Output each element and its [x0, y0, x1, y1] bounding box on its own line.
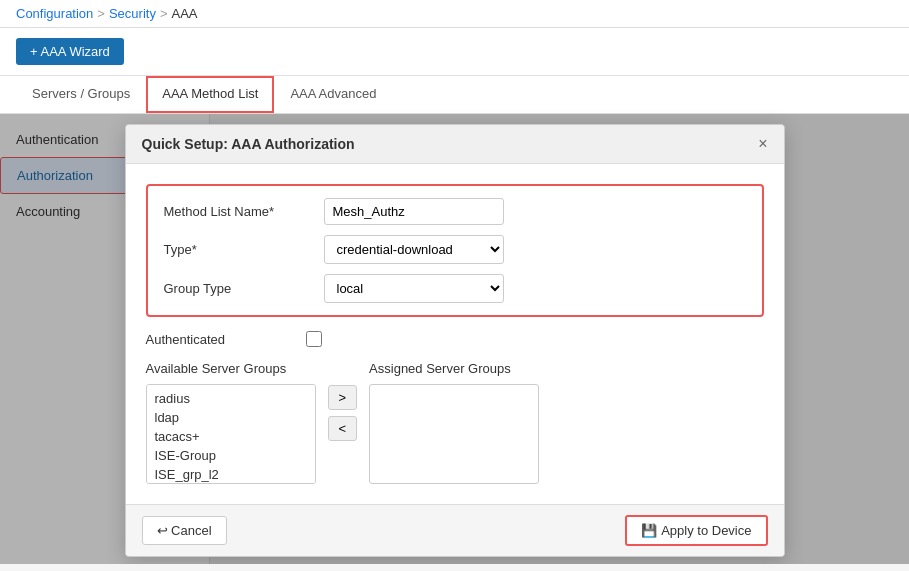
authenticated-group: Authenticated [146, 331, 764, 347]
authenticated-label: Authenticated [146, 332, 306, 347]
breadcrumb: Configuration > Security > AAA [0, 0, 909, 28]
modal-header: Quick Setup: AAA Authorization × [126, 125, 784, 164]
breadcrumb-sep2: > [160, 6, 168, 21]
type-label: Type* [164, 242, 324, 257]
group-type-group: Group Type local radius tacacs+ ldap [164, 274, 746, 303]
modal-footer: ↩ Cancel 💾 Apply to Device [126, 504, 784, 556]
content-area: Authentication Authorization Accounting … [0, 114, 909, 564]
available-server-groups-col: Available Server Groups radius ldap taca… [146, 361, 316, 484]
form-highlighted-section: Method List Name* Type* credential-downl… [146, 184, 764, 317]
server-list-item[interactable]: ISE-Group [151, 446, 311, 465]
transfer-buttons: > < [328, 385, 358, 441]
tab-aaa-advanced[interactable]: AAA Advanced [274, 76, 392, 113]
type-group: Type* credential-download network exec c… [164, 235, 746, 264]
server-list-item[interactable]: ldap [151, 408, 311, 427]
authenticated-checkbox[interactable] [306, 331, 322, 347]
transfer-left-button[interactable]: < [328, 416, 358, 441]
method-list-name-input[interactable] [324, 198, 504, 225]
apply-to-device-button[interactable]: 💾 Apply to Device [625, 515, 767, 546]
group-type-select[interactable]: local radius tacacs+ ldap [324, 274, 504, 303]
assigned-server-list[interactable] [369, 384, 539, 484]
aaa-wizard-button[interactable]: + AAA Wizard [16, 38, 124, 65]
cancel-button[interactable]: ↩ Cancel [142, 516, 227, 545]
modal-body: Method List Name* Type* credential-downl… [126, 164, 784, 504]
method-list-name-label: Method List Name* [164, 204, 324, 219]
server-list-item[interactable]: radius [151, 389, 311, 408]
group-type-label: Group Type [164, 281, 324, 296]
modal-close-button[interactable]: × [758, 135, 767, 153]
apply-icon: 💾 [641, 523, 657, 538]
transfer-right-button[interactable]: > [328, 385, 358, 410]
tabs-bar: Servers / Groups AAA Method List AAA Adv… [0, 76, 909, 114]
method-list-name-group: Method List Name* [164, 198, 746, 225]
server-list-item[interactable]: ISE_grp_l2 [151, 465, 311, 484]
apply-label: Apply to Device [661, 523, 751, 538]
assigned-server-groups-col: Assigned Server Groups [369, 361, 539, 484]
server-list-item[interactable]: tacacs+ [151, 427, 311, 446]
right-panel: + Add Delete Quick Setup: AAA Authorizat… [210, 114, 909, 564]
tab-servers-groups[interactable]: Servers / Groups [16, 76, 146, 113]
breadcrumb-sep1: > [97, 6, 105, 21]
breadcrumb-current: AAA [171, 6, 197, 21]
tab-aaa-method-list[interactable]: AAA Method List [146, 76, 274, 113]
available-server-groups-label: Available Server Groups [146, 361, 316, 376]
available-server-list[interactable]: radius ldap tacacs+ ISE-Group ISE_grp_l2 [146, 384, 316, 484]
breadcrumb-security[interactable]: Security [109, 6, 156, 21]
modal-title: Quick Setup: AAA Authorization [142, 136, 355, 152]
server-groups-section: Available Server Groups radius ldap taca… [146, 361, 764, 484]
type-select[interactable]: credential-download network exec command… [324, 235, 504, 264]
breadcrumb-configuration[interactable]: Configuration [16, 6, 93, 21]
modal-dialog: Quick Setup: AAA Authorization × Method … [125, 124, 785, 557]
modal-overlay: Quick Setup: AAA Authorization × Method … [0, 114, 909, 564]
assigned-server-groups-label: Assigned Server Groups [369, 361, 539, 376]
toolbar: + AAA Wizard [0, 28, 909, 76]
